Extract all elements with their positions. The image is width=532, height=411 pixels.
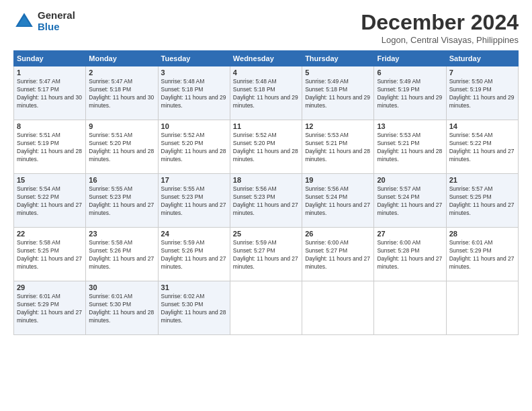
calendar-cell: 3Sunrise: 5:48 AMSunset: 5:18 PMDaylight… [158, 66, 230, 120]
calendar-cell: 15Sunrise: 5:54 AMSunset: 5:22 PMDayligh… [14, 174, 86, 228]
cell-content: Sunrise: 6:01 AMSunset: 5:29 PMDaylight:… [17, 293, 82, 324]
cell-content: Sunrise: 5:51 AMSunset: 5:20 PMDaylight:… [89, 132, 154, 163]
day-number: 9 [89, 122, 154, 130]
cell-content: Sunrise: 5:56 AMSunset: 5:23 PMDaylight:… [233, 185, 298, 216]
cell-content: Sunrise: 5:56 AMSunset: 5:24 PMDaylight:… [305, 185, 370, 216]
logo-blue: Blue [38, 21, 75, 33]
calendar-cell: 25Sunrise: 5:59 AMSunset: 5:27 PMDayligh… [230, 228, 302, 281]
header: General Blue December 2024 Logon, Centra… [13, 10, 519, 45]
day-number: 19 [305, 176, 371, 184]
day-number: 29 [17, 283, 83, 291]
weekday-header-wednesday: Wednesday [230, 51, 302, 66]
cell-content: Sunrise: 5:53 AMSunset: 5:21 PMDaylight:… [377, 132, 442, 163]
day-number: 2 [89, 68, 154, 77]
cell-content: Sunrise: 6:00 AMSunset: 5:27 PMDaylight:… [305, 239, 370, 270]
cell-content: Sunrise: 5:59 AMSunset: 5:27 PMDaylight:… [233, 239, 298, 270]
calendar-week-1: 1Sunrise: 5:47 AMSunset: 5:17 PMDaylight… [14, 66, 519, 120]
cell-content: Sunrise: 5:57 AMSunset: 5:25 PMDaylight:… [449, 185, 515, 216]
calendar-cell: 28Sunrise: 6:01 AMSunset: 5:29 PMDayligh… [446, 228, 518, 281]
cell-content: Sunrise: 5:52 AMSunset: 5:20 PMDaylight:… [233, 132, 298, 163]
calendar-cell: 14Sunrise: 5:54 AMSunset: 5:22 PMDayligh… [446, 120, 518, 174]
calendar-cell: 2Sunrise: 5:47 AMSunset: 5:18 PMDaylight… [86, 66, 158, 120]
day-number: 13 [377, 122, 443, 130]
cell-content: Sunrise: 5:58 AMSunset: 5:26 PMDaylight:… [89, 239, 154, 270]
cell-content: Sunrise: 5:58 AMSunset: 5:25 PMDaylight:… [17, 239, 82, 270]
cell-content: Sunrise: 5:55 AMSunset: 5:23 PMDaylight:… [161, 185, 226, 216]
day-number: 10 [161, 122, 227, 130]
calendar-cell: 24Sunrise: 5:59 AMSunset: 5:26 PMDayligh… [158, 228, 230, 281]
weekday-header-tuesday: Tuesday [158, 51, 230, 66]
calendar-cell: 21Sunrise: 5:57 AMSunset: 5:25 PMDayligh… [446, 174, 518, 228]
calendar-cell: 19Sunrise: 5:56 AMSunset: 5:24 PMDayligh… [302, 174, 374, 228]
page: General Blue December 2024 Logon, Centra… [0, 0, 532, 411]
calendar-week-3: 15Sunrise: 5:54 AMSunset: 5:22 PMDayligh… [14, 174, 519, 228]
day-number: 20 [377, 176, 443, 184]
calendar-cell: 4Sunrise: 5:48 AMSunset: 5:18 PMDaylight… [230, 66, 302, 120]
cell-content: Sunrise: 5:47 AMSunset: 5:17 PMDaylight:… [17, 78, 82, 109]
cell-content: Sunrise: 6:02 AMSunset: 5:30 PMDaylight:… [161, 293, 226, 324]
day-number: 30 [89, 283, 154, 291]
calendar-cell: 20Sunrise: 5:57 AMSunset: 5:24 PMDayligh… [374, 174, 446, 228]
day-number: 8 [17, 122, 83, 130]
calendar-cell: 23Sunrise: 5:58 AMSunset: 5:26 PMDayligh… [86, 228, 158, 281]
calendar-cell: 30Sunrise: 6:01 AMSunset: 5:30 PMDayligh… [86, 281, 158, 335]
month-title: December 2024 [361, 10, 519, 35]
cell-content: Sunrise: 5:47 AMSunset: 5:18 PMDaylight:… [89, 78, 154, 109]
cell-content: Sunrise: 5:54 AMSunset: 5:22 PMDaylight:… [17, 185, 82, 216]
logo-general: General [38, 10, 75, 21]
calendar-week-4: 22Sunrise: 5:58 AMSunset: 5:25 PMDayligh… [14, 228, 519, 281]
calendar-cell: 12Sunrise: 5:53 AMSunset: 5:21 PMDayligh… [302, 120, 374, 174]
day-number: 18 [233, 176, 299, 184]
calendar-table: SundayMondayTuesdayWednesdayThursdayFrid… [13, 50, 519, 335]
day-number: 22 [17, 230, 83, 238]
calendar-cell [374, 281, 446, 335]
calendar-body: 1Sunrise: 5:47 AMSunset: 5:17 PMDaylight… [14, 66, 519, 335]
logo: General Blue [13, 10, 75, 32]
cell-content: Sunrise: 5:59 AMSunset: 5:26 PMDaylight:… [161, 239, 226, 270]
calendar-cell: 26Sunrise: 6:00 AMSunset: 5:27 PMDayligh… [302, 228, 374, 281]
cell-content: Sunrise: 5:48 AMSunset: 5:18 PMDaylight:… [161, 78, 226, 109]
calendar-cell: 7Sunrise: 5:50 AMSunset: 5:19 PMDaylight… [446, 66, 518, 120]
cell-content: Sunrise: 5:53 AMSunset: 5:21 PMDaylight:… [305, 132, 370, 163]
day-number: 17 [161, 176, 227, 184]
calendar-cell: 1Sunrise: 5:47 AMSunset: 5:17 PMDaylight… [14, 66, 86, 120]
cell-content: Sunrise: 5:49 AMSunset: 5:18 PMDaylight:… [305, 78, 370, 109]
cell-content: Sunrise: 5:52 AMSunset: 5:20 PMDaylight:… [161, 132, 226, 163]
weekday-header-friday: Friday [374, 51, 446, 66]
calendar-cell: 5Sunrise: 5:49 AMSunset: 5:18 PMDaylight… [302, 66, 374, 120]
day-number: 27 [377, 230, 443, 238]
cell-content: Sunrise: 5:49 AMSunset: 5:19 PMDaylight:… [377, 78, 442, 109]
calendar-cell: 16Sunrise: 5:55 AMSunset: 5:23 PMDayligh… [86, 174, 158, 228]
calendar-cell: 13Sunrise: 5:53 AMSunset: 5:21 PMDayligh… [374, 120, 446, 174]
day-number: 6 [377, 68, 443, 77]
title-area: December 2024 Logon, Central Visayas, Ph… [361, 10, 519, 45]
day-number: 25 [233, 230, 299, 238]
day-number: 5 [305, 68, 371, 77]
cell-content: Sunrise: 5:50 AMSunset: 5:19 PMDaylight:… [449, 78, 515, 109]
day-number: 11 [233, 122, 299, 130]
day-number: 4 [233, 68, 299, 77]
calendar-week-5: 29Sunrise: 6:01 AMSunset: 5:29 PMDayligh… [14, 281, 519, 335]
calendar-cell: 27Sunrise: 6:00 AMSunset: 5:28 PMDayligh… [374, 228, 446, 281]
calendar-cell [230, 281, 302, 335]
logo-text: General Blue [38, 10, 75, 32]
day-number: 1 [17, 68, 83, 77]
weekday-header-monday: Monday [86, 51, 158, 66]
cell-content: Sunrise: 5:48 AMSunset: 5:18 PMDaylight:… [233, 78, 298, 109]
cell-content: Sunrise: 6:01 AMSunset: 5:29 PMDaylight:… [449, 239, 515, 270]
calendar-cell: 11Sunrise: 5:52 AMSunset: 5:20 PMDayligh… [230, 120, 302, 174]
calendar-header-row: SundayMondayTuesdayWednesdayThursdayFrid… [14, 51, 519, 66]
calendar-cell: 31Sunrise: 6:02 AMSunset: 5:30 PMDayligh… [158, 281, 230, 335]
cell-content: Sunrise: 6:01 AMSunset: 5:30 PMDaylight:… [89, 293, 154, 324]
day-number: 12 [305, 122, 371, 130]
calendar-cell: 17Sunrise: 5:55 AMSunset: 5:23 PMDayligh… [158, 174, 230, 228]
calendar-cell: 9Sunrise: 5:51 AMSunset: 5:20 PMDaylight… [86, 120, 158, 174]
cell-content: Sunrise: 6:00 AMSunset: 5:28 PMDaylight:… [377, 239, 442, 270]
calendar-week-2: 8Sunrise: 5:51 AMSunset: 5:19 PMDaylight… [14, 120, 519, 174]
calendar-cell: 18Sunrise: 5:56 AMSunset: 5:23 PMDayligh… [230, 174, 302, 228]
day-number: 16 [89, 176, 154, 184]
day-number: 15 [17, 176, 83, 184]
calendar-cell: 6Sunrise: 5:49 AMSunset: 5:19 PMDaylight… [374, 66, 446, 120]
calendar-cell: 8Sunrise: 5:51 AMSunset: 5:19 PMDaylight… [14, 120, 86, 174]
day-number: 14 [449, 122, 515, 130]
